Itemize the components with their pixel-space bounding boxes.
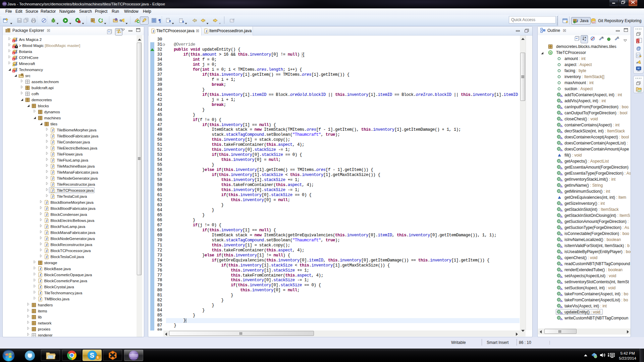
svg-text:z: z bbox=[585, 39, 586, 41]
svg-text:J: J bbox=[46, 207, 47, 210]
svg-text:J: J bbox=[46, 255, 47, 259]
svg-text:J: J bbox=[46, 243, 47, 247]
svg-text:x: x bbox=[13, 70, 14, 72]
svg-text:J: J bbox=[39, 297, 41, 301]
svg-text:J: J bbox=[46, 237, 47, 241]
svg-text:J: J bbox=[39, 273, 41, 277]
svg-text:J: J bbox=[46, 219, 47, 223]
svg-text:J: J bbox=[39, 279, 41, 283]
svg-text:x: x bbox=[13, 58, 14, 60]
svg-text:a: a bbox=[585, 36, 586, 39]
svg-text:J: J bbox=[52, 177, 54, 180]
svg-text:J: J bbox=[52, 140, 54, 144]
svg-text:J: J bbox=[39, 267, 41, 271]
svg-text:J: J bbox=[52, 146, 54, 150]
svg-text:J: J bbox=[52, 171, 54, 174]
svg-text:J: J bbox=[46, 249, 47, 253]
svg-text:x: x bbox=[13, 46, 14, 48]
svg-text:J: J bbox=[52, 153, 54, 156]
svg-text:GIT: GIT bbox=[638, 90, 641, 92]
svg-text:J: J bbox=[52, 134, 54, 138]
svg-text:J: J bbox=[52, 159, 54, 162]
svg-text:x: x bbox=[13, 52, 14, 54]
svg-text:J: J bbox=[52, 183, 54, 186]
svg-text:J: J bbox=[46, 201, 47, 204]
svg-text:J: J bbox=[206, 30, 207, 33]
svg-text:x: x bbox=[13, 40, 14, 42]
svg-text:J: J bbox=[52, 165, 54, 168]
svg-text:J: J bbox=[52, 189, 54, 192]
svg-text:G: G bbox=[549, 51, 551, 54]
svg-text:L: L bbox=[618, 37, 620, 39]
svg-text:J: J bbox=[46, 231, 47, 235]
svg-text:S: S bbox=[602, 37, 604, 39]
svg-text:J: J bbox=[153, 30, 154, 33]
svg-text:J: J bbox=[52, 195, 54, 198]
svg-text:J: J bbox=[39, 285, 41, 289]
svg-text:!: ! bbox=[13, 64, 14, 66]
svg-text:J: J bbox=[52, 128, 54, 132]
svg-text:GIT: GIT bbox=[592, 21, 596, 23]
svg-text:J: J bbox=[46, 213, 47, 217]
svg-text:J: J bbox=[46, 225, 47, 229]
svg-text:¶: ¶ bbox=[158, 18, 161, 23]
svg-text:J: J bbox=[39, 291, 41, 295]
svg-text:x: x bbox=[637, 41, 639, 43]
